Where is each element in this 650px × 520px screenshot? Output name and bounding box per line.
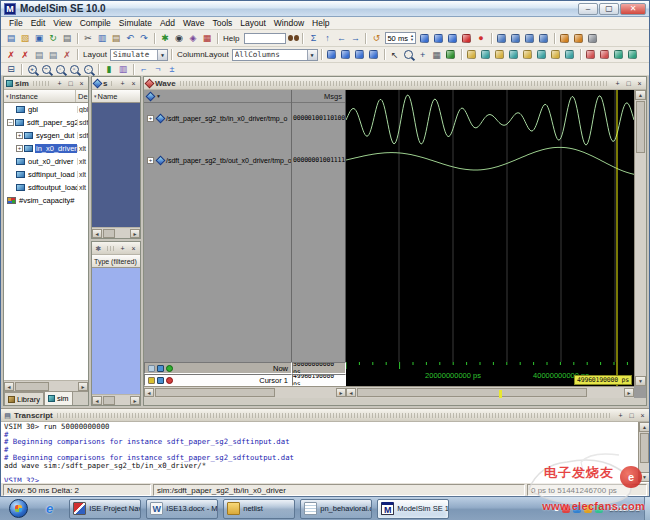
tab-sim[interactable]: sim [44,391,73,405]
collapse-time-icon[interactable] [598,48,612,61]
zoom-cursor-icon[interactable]: · [81,63,95,76]
move-up-icon[interactable]: ↑ [320,32,334,45]
back-icon[interactable]: ← [334,32,348,45]
help-input[interactable] [244,33,286,44]
cursor-lock-icon[interactable] [479,48,493,61]
panel-expand-button[interactable]: + [613,79,622,88]
locals-column-header[interactable]: Type (filtered) [92,255,140,268]
objects-hscrollbar[interactable]: ◄ ► [92,227,140,238]
expand-all-icon[interactable] [612,48,626,61]
panel-expand-button[interactable]: + [118,79,127,88]
panel-dock-button[interactable]: □ [627,411,636,420]
wave-toolbox-icon[interactable] [148,365,155,372]
save-icon[interactable]: ▣ [32,32,46,45]
panel-expand-button[interactable]: + [118,244,127,253]
edit-insert-icon[interactable] [493,48,507,61]
minimize-button[interactable]: – [578,3,598,15]
menu-compile[interactable]: Compile [76,18,115,28]
taskbar-button-ise[interactable]: ISE Project Navi... [69,499,141,519]
panel-dock-button[interactable]: □ [624,79,633,88]
panel-close-button[interactable]: × [635,79,644,88]
wave-names-hscrollbar[interactable]: ◄ ► [144,386,346,398]
show-desktop-button[interactable] [644,497,650,520]
scroll-thumb[interactable] [357,388,587,397]
literal-format-icon[interactable]: ▥ [116,63,130,76]
reload-icon[interactable]: ↻ [46,32,60,45]
drag-handle[interactable] [33,81,51,86]
sim-hscrollbar[interactable]: ◄ ► [4,380,88,391]
columnlayout-combobox[interactable]: AllColumns▼ [232,49,318,61]
scroll-left-icon[interactable]: ◄ [4,382,14,391]
scroll-left-icon[interactable]: ◄ [144,388,154,397]
scroll-down-icon[interactable]: ▼ [639,472,649,482]
menu-view[interactable]: View [49,18,75,28]
scroll-right-icon[interactable]: ► [130,396,140,405]
scroll-left-icon[interactable]: ◄ [92,396,102,405]
scroll-thumb[interactable] [103,396,115,405]
open-file-icon[interactable]: ▧ [18,32,32,45]
memory-profile-icon[interactable] [572,32,586,45]
undock-icon[interactable]: ⊟ [4,63,18,76]
tree-expand-icon[interactable]: + [16,145,23,152]
tray-icon-blue[interactable] [573,505,581,513]
wave-names-header[interactable]: ▼ [144,90,291,103]
scroll-thumb[interactable] [15,382,49,391]
step-instance-icon[interactable] [537,32,551,45]
tree-item-gbl[interactable]: gblgbl [4,103,88,116]
scroll-down-icon[interactable]: ▼ [635,376,646,386]
scroll-up-icon[interactable]: ▲ [639,422,649,432]
panel-close-button[interactable]: × [638,411,647,420]
menu-layout[interactable]: Layout [236,18,270,28]
scroll-right-icon[interactable]: ► [624,388,634,397]
tree-item-sdftoutput_load[interactable]: sdftoutput_loadxlt [4,181,88,194]
add-selected-icon[interactable] [325,48,339,61]
cursor-add-icon[interactable] [465,48,479,61]
menu-tools[interactable]: Tools [208,18,236,28]
tray-icon-red[interactable] [562,505,570,513]
goto-line-icon[interactable]: ◈ [186,32,200,45]
edit-paste-icon[interactable] [549,48,563,61]
scroll-left-icon[interactable]: ◄ [92,229,102,238]
edit-delete-icon[interactable] [507,48,521,61]
save-dataset-icon[interactable]: ▤ [46,48,60,61]
timeline-ruler[interactable]: 20000000000 ps40000000000 ps 49960190000… [346,362,634,386]
tree-item-in_x0_driver[interactable]: +in_x0_driverxlt [4,142,88,155]
drag-handle[interactable] [111,81,114,86]
taskbar-button-notepad[interactable]: pn_behavioral.d... [300,499,372,519]
scroll-thumb[interactable] [636,101,645,153]
waveform-canvas[interactable] [346,90,634,362]
add-dataflow-icon[interactable] [367,48,381,61]
new-file-icon[interactable]: ▤ [4,32,18,45]
stop-icon[interactable]: ● [474,32,488,45]
menu-help[interactable]: Help [308,18,333,28]
run-icon[interactable] [418,32,432,45]
cursor-time-box[interactable]: 49960190000 ps [574,375,632,385]
locals-list[interactable] [92,268,140,394]
signal-row[interactable]: +/sdft_paper_sg2_tb/out_x0_driver/tmp_o [144,154,291,166]
menu-window[interactable]: Window [270,18,308,28]
transcript-vscrollbar[interactable]: ▲ ▼ [638,422,649,482]
clear-all-icon[interactable]: ✗ [18,48,32,61]
wave-window-icon[interactable] [157,365,164,372]
print-icon[interactable]: ▤ [60,32,74,45]
restart-icon[interactable]: ↺ [369,32,383,45]
spinner-arrows-icon[interactable]: ▲▼ [410,34,414,42]
taskbar-clock[interactable]: 2011/3/3 [609,504,640,513]
cut-icon[interactable]: ✂ [81,32,95,45]
wave-titlebar[interactable]: Wave + □ × [144,77,646,90]
panel-close-button[interactable]: × [129,79,138,88]
transcript-titlebar[interactable]: ▤ Transcript + □ × [1,409,649,422]
add-log-icon[interactable] [353,48,367,61]
edit-cursor-icon[interactable] [157,377,164,384]
transcript-console[interactable]: VSIM 30> run 50000000000## Beginning com… [1,422,649,482]
lock-icon[interactable] [148,377,155,384]
zoom-in-icon[interactable]: + [25,63,39,76]
open-dataset-icon[interactable]: ▤ [32,48,46,61]
remove-cursor-icon[interactable] [166,377,173,384]
tree-item-sdft_paper_sg2_tb[interactable]: –sdft_paper_sg2_tbsdf [4,116,88,129]
drag-handle[interactable] [107,246,114,251]
zoom-full-icon[interactable]: ◦ [53,63,67,76]
tree-item-vsim_capacity[interactable]: #vsim_capacity# [4,194,88,207]
prev-transition-icon[interactable]: ¬ [151,63,165,76]
zoom-mode-icon[interactable] [402,48,416,61]
